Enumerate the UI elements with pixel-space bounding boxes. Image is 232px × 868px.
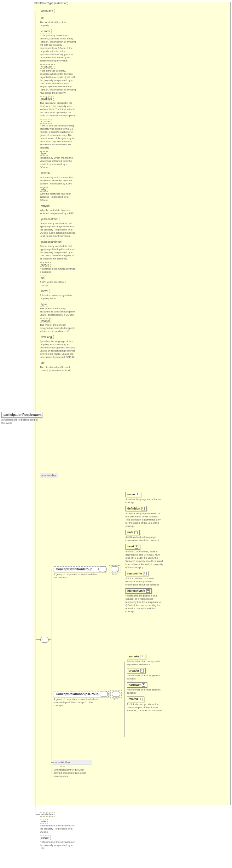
attribute-name: custom (40, 119, 52, 124)
child-element-desc: A natural language name for the concept. (126, 498, 163, 504)
child-element: sameAs+An identifier of a concept with e… (127, 654, 168, 666)
expand-icon[interactable]: + (134, 531, 138, 534)
child-element-name: facet+ (126, 544, 140, 549)
attribute-item: idThe local identifier of the property. (40, 16, 81, 27)
attributes-bottom-container: attributes (40, 812, 55, 817)
sequence-repeat (110, 690, 122, 698)
attribute-name: pubconstrainturi (40, 240, 63, 244)
concept-definition-group-name: ConceptDefinitionGroup (54, 566, 106, 572)
attributes-container: attributes (40, 9, 55, 14)
expand-icon[interactable]: + (140, 669, 144, 673)
attribute-desc: Why the metadata has been included - exp… (40, 192, 76, 202)
sequence-repeat (109, 565, 121, 573)
child-element-desc: An identifier of a more specific concept… (127, 688, 165, 694)
child-element-name: name+ (126, 492, 141, 497)
child-element-name: definition+ (126, 506, 146, 512)
sequence-icon (40, 637, 48, 643)
attribute-name: why (40, 187, 48, 192)
connector (36, 640, 40, 640)
expand-icon[interactable]: + (136, 493, 139, 496)
concept-relationships-children: sameAs+An identifier of a concept with e… (127, 654, 168, 714)
concept-definition-group-desc: A group of properties required to define… (54, 573, 99, 579)
attribute-name: modified (40, 96, 54, 101)
sequence-icon (112, 691, 120, 697)
child-element-name: hierarchyInfo+ (126, 588, 152, 594)
attribute-desc: The type of the concept assigned as cont… (40, 307, 76, 316)
child-element-desc: A related concept, where the relationshi… (127, 703, 165, 712)
attribute-item: literalA free-text value assigned as pro… (40, 289, 81, 300)
attribute-desc: A URI which identifies a concept. (40, 281, 76, 287)
attribute-name: creatoruri (40, 64, 55, 69)
child-element: remoteInfo+A link to an item or a web re… (126, 571, 166, 586)
connector (36, 640, 36, 814)
attribute-item: typeThe type of the concept assigned as … (40, 302, 81, 316)
attribute-desc: One or many constraints that apply to pu… (40, 222, 76, 238)
expand-icon[interactable]: + (135, 545, 138, 549)
attribute-name: id (40, 16, 45, 20)
expand-icon[interactable]: + (143, 572, 146, 576)
attribute-desc: If set to true the corresponding propert… (40, 124, 76, 150)
connector (51, 569, 54, 569)
attribute-desc: If the property value is not defined, sp… (40, 34, 76, 62)
attributes-list: idThe local identifier of the property.c… (40, 16, 81, 374)
expand-icon[interactable]: + (141, 655, 144, 658)
attributes-bottom-label: attributes (40, 812, 55, 816)
attribute-item: howuriIndicates by which means the value… (40, 171, 81, 185)
attribute-item: roleuriRefinement of the semantics of th… (40, 836, 81, 850)
occurrence: 0..∞ (113, 698, 118, 700)
child-element-name: remoteInfo+ (126, 571, 148, 576)
any-extension: any ##other 0..∞ Extension point for pro… (54, 760, 91, 778)
sequence-icon (100, 691, 108, 697)
child-element-desc: An identifier of a more generic concept. (127, 674, 165, 680)
attribute-name: type (40, 302, 48, 307)
connector (106, 569, 109, 569)
sequence-icon (98, 566, 106, 572)
attribute-desc: The directionality of textual content (e… (40, 366, 76, 372)
root-element-desc: A requirement for participating in the e… (1, 418, 39, 425)
expand-icon[interactable]: + (141, 507, 145, 510)
concept-relationships-group-desc: A group of properties required to indica… (54, 698, 102, 707)
any-extension-occurrence: 0..∞ (61, 765, 98, 768)
attribute-item: creatoruriIf the attribute is empty, spe… (40, 64, 81, 95)
child-element: related+A related concept, where the rel… (127, 696, 168, 712)
attribute-item: typeuriThe type of the concept assigned … (40, 318, 81, 333)
attribute-desc: The date (and, optionally, the time) whe… (40, 101, 76, 117)
attribute-name: howuri (40, 171, 52, 175)
child-element-name: related+ (127, 696, 144, 702)
attribute-item: modifiedThe date (and, optionally, the t… (40, 96, 81, 117)
attribute-name: role (40, 819, 47, 824)
attribute-desc: If the attribute is empty, specifies whi… (40, 69, 76, 95)
concept-definition-children: name+A natural language name for the con… (126, 492, 166, 615)
attribute-item: howIndicates by which means the value wa… (40, 151, 81, 169)
attribute-name: qcode (40, 262, 51, 267)
child-element-desc: In NAR 1.8 and later, facet is deprecate… (126, 550, 163, 569)
root-element: participationRequirement A requirement f… (1, 412, 42, 425)
attributes-bottom-list: roleRefinement of the semantics of the p… (40, 819, 81, 852)
attribute-desc: Refinement of the semantics of the prope… (40, 841, 76, 850)
attribute-desc: The type of the concept assigned as cont… (40, 323, 76, 333)
expand-icon[interactable]: + (146, 589, 150, 593)
connector (51, 569, 52, 778)
child-element-desc: Represents the position of a concept in … (126, 594, 163, 613)
connector (120, 569, 123, 569)
attribute-desc: The local identifier of the property. (40, 21, 76, 27)
attribute-item: dirThe directionality of textual content… (40, 361, 81, 372)
any-extension-desc: Extension point for provider-defined pro… (54, 768, 91, 778)
attribute-item: xml:langSpecifies the language of this p… (40, 335, 81, 359)
attributes-label: attributes (40, 9, 55, 13)
attribute-desc: Refinement of the semantics of the prope… (40, 824, 76, 834)
expand-icon[interactable]: + (142, 683, 145, 687)
attribute-item: roleRefinement of the semantics of the p… (40, 819, 81, 834)
attribute-item: pubconstrainturiOne or many constraints … (40, 240, 81, 260)
expand-icon[interactable]: + (139, 698, 142, 701)
child-element-name: broader+ (127, 668, 145, 674)
child-element: broader+An identifier of a more generic … (127, 668, 168, 680)
child-element: note+Additional natural language informa… (126, 530, 166, 542)
attribute-name: pubconstraint (40, 217, 60, 221)
connector (48, 640, 51, 640)
child-element-desc: Additional natural language information … (126, 536, 163, 542)
attribute-item: qcodeA qualified code which identifies a… (40, 262, 81, 274)
attribute-name: creator (40, 29, 52, 33)
attribute-desc: A free-text value assigned as property v… (40, 294, 76, 300)
child-element-desc: A link to an item or a web resource whic… (126, 577, 163, 586)
